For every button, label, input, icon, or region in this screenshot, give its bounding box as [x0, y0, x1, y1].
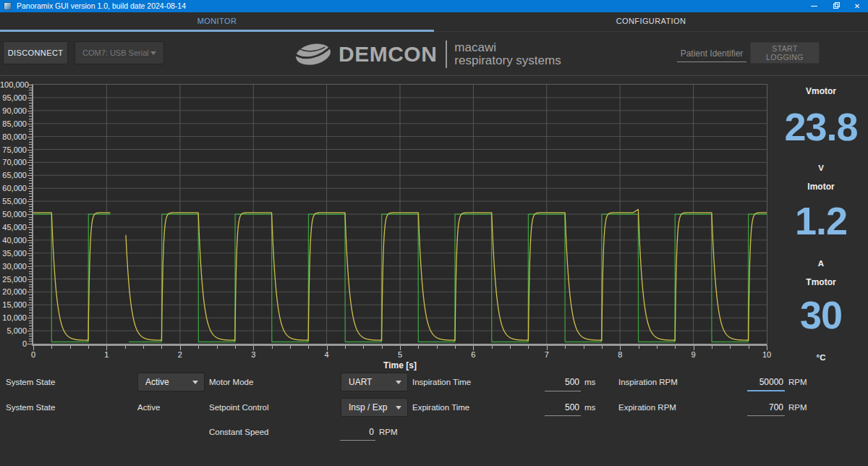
xlabel-generated: 3	[239, 350, 268, 359]
system-state-label: System State	[6, 377, 55, 387]
ytick-generated	[27, 253, 32, 254]
xtick-generated	[565, 346, 566, 349]
demcon-logo: DEMCON macawi respiratory systems	[294, 38, 561, 71]
ytick-generated	[29, 287, 32, 287]
chevron-down-icon	[396, 406, 401, 410]
vmotor-label: Vmotor	[774, 86, 868, 96]
xtick-generated	[51, 346, 52, 349]
expiration-time-unit: ms	[584, 402, 595, 412]
xtick-generated	[363, 346, 364, 349]
ytick-generated	[29, 295, 32, 295]
ytick-generated	[29, 297, 32, 298]
ytick-generated	[29, 180, 32, 181]
xtick-generated	[767, 346, 767, 350]
motor-mode-value: UART	[349, 377, 396, 387]
xtick-generated	[198, 346, 199, 349]
motor-mode-dropdown[interactable]: UART	[341, 373, 408, 391]
com-port-dropdown[interactable]: COM7: USB Serial ...	[75, 41, 164, 64]
tab-bar: MONITOR CONFIGURATION	[0, 12, 868, 32]
minimize-button[interactable]	[803, 0, 825, 12]
xtick-generated	[584, 346, 584, 349]
expiration-rpm-input[interactable]: 700	[747, 402, 783, 412]
inspiration-time-input[interactable]: 500	[545, 377, 579, 387]
ytick-generated	[27, 162, 32, 163]
ytick-generated	[29, 255, 32, 256]
start-logging-button[interactable]: START LOGGING	[750, 42, 820, 64]
xtick-generated	[528, 346, 529, 349]
header: DISCONNECT COM7: USB Serial ... DEMCON m…	[0, 32, 868, 76]
tab-monitor[interactable]: MONITOR	[0, 12, 434, 30]
ytick-generated	[27, 201, 32, 202]
xtick-generated	[455, 346, 456, 349]
ytick-generated	[27, 137, 32, 137]
setpoint-control-dropdown[interactable]: Insp / Exp	[341, 398, 408, 417]
ytick-generated	[27, 111, 32, 111]
com-port-value: COM7: USB Serial ...	[82, 48, 150, 57]
xlabel-generated: 2	[166, 350, 195, 359]
disconnect-button[interactable]: DISCONNECT	[3, 41, 68, 64]
system-state-2-value: Active	[137, 402, 160, 412]
inspiration-rpm-input[interactable]: 50000	[747, 377, 783, 387]
ytick-generated	[29, 196, 32, 197]
tab-configuration[interactable]: CONFIGURATION	[434, 12, 868, 30]
panoramix-window: Panoramix GUI version 1.0, build date 20…	[0, 0, 868, 466]
demcon-ellipse-icon	[294, 39, 333, 69]
ytick-generated	[29, 108, 32, 109]
ytick-generated	[29, 103, 32, 103]
xtick-generated	[547, 346, 548, 350]
ytick-generated	[29, 144, 32, 145]
ytick-generated	[29, 308, 32, 308]
restore-button[interactable]	[825, 0, 846, 12]
xtick-generated	[143, 346, 144, 349]
ytick-generated	[29, 183, 32, 184]
ytick-generated	[27, 344, 32, 344]
xtick-generated	[657, 346, 658, 349]
inspiration-time-underline	[545, 391, 581, 391]
ytick-generated	[29, 263, 32, 264]
close-button[interactable]: ✕	[846, 0, 868, 12]
ytick-generated	[29, 152, 32, 153]
system-state-value: Active	[145, 377, 192, 387]
ytick-generated	[29, 217, 32, 218]
ylabel-generated: 25,000	[0, 274, 27, 284]
xlabel-generated: 5	[386, 350, 414, 359]
ytick-generated	[29, 300, 32, 300]
restore-icon	[833, 4, 838, 9]
system-state-dropdown[interactable]: Active	[137, 373, 205, 391]
expiration-time-input[interactable]: 500	[545, 402, 579, 412]
ytick-generated	[27, 292, 32, 292]
ytick-generated	[29, 232, 32, 233]
ytick-generated	[27, 124, 32, 124]
xtick-generated	[400, 346, 401, 350]
xtick-generated	[217, 346, 218, 349]
constant-speed-input[interactable]: 0	[340, 427, 374, 437]
ytick-generated	[29, 168, 32, 169]
patient-identifier-input[interactable]: Patient Identifier	[677, 45, 746, 62]
ytick-generated	[27, 150, 32, 151]
expiration-time-underline	[545, 415, 581, 416]
xlabel-generated: 0	[19, 350, 48, 359]
ytick-generated	[29, 106, 32, 106]
xtick-generated	[694, 346, 694, 350]
xtick-generated	[437, 346, 438, 349]
xlabel-generated: 8	[605, 350, 634, 359]
imotor-unit: A	[774, 259, 868, 268]
ytick-generated	[27, 240, 32, 241]
ytick-generated	[29, 258, 32, 259]
ytick-generated	[29, 336, 32, 336]
ylabel-generated: 35,000	[0, 248, 27, 258]
ytick-generated	[29, 119, 32, 119]
ylabel-generated: 85,000	[0, 119, 27, 129]
xtick-generated	[125, 346, 126, 349]
ytick-generated	[29, 90, 32, 90]
ylabel-generated: 65,000	[0, 170, 27, 180]
xtick-generated	[620, 346, 621, 350]
tmotor-unit: °C	[774, 353, 868, 362]
ylabel-generated: 75,000	[0, 145, 27, 155]
imotor-value: 1.2	[774, 200, 868, 241]
xtick-generated	[602, 346, 603, 349]
ytick-generated	[29, 88, 32, 88]
chart-title: Motor Target & Speed [RPM]	[41, 87, 167, 98]
ytick-generated	[29, 313, 32, 313]
ytick-generated	[27, 98, 32, 98]
